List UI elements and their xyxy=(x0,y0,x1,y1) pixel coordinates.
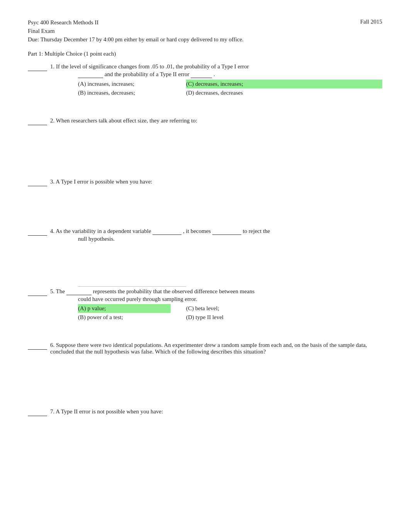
exam-type: Final Exam xyxy=(28,27,244,36)
question-2-row: 2. When researchers talk about effect si… xyxy=(28,117,382,125)
answer-blank-3[interactable] xyxy=(28,179,47,186)
option-1b: (B) increases, decreases; xyxy=(78,88,171,97)
q5-separator xyxy=(78,286,186,287)
course-title: Psyc 400 Research Methods II xyxy=(28,19,244,27)
answer-blank-5[interactable] xyxy=(28,289,47,296)
question-4-row: 4. As the variability in a dependent var… xyxy=(28,228,382,236)
question-7-row: 7. A Type II error is not possible when … xyxy=(28,408,382,416)
question-3: 3. A Type I error is possible when you h… xyxy=(28,178,382,225)
q6-space xyxy=(28,355,382,405)
question-5-text: 5. The represents the probability that t… xyxy=(50,288,382,295)
page-header: Psyc 400 Research Methods II Final Exam … xyxy=(28,19,382,44)
option-5d: (D) type II level xyxy=(186,313,382,322)
option-5b: (B) power of a test; xyxy=(78,313,171,322)
answer-blank-4[interactable] xyxy=(28,229,47,236)
answer-blank-7[interactable] xyxy=(28,409,47,416)
question-4: 4. As the variability in a dependent var… xyxy=(28,228,382,281)
option-5c: (C) beta level; xyxy=(186,304,382,313)
question-3-text: 3. A Type I error is possible when you h… xyxy=(50,178,382,185)
question-4-text: 4. As the variability in a dependent var… xyxy=(50,228,382,235)
question-5: 5. The represents the probability that t… xyxy=(28,284,382,321)
question-3-row: 3. A Type I error is possible when you h… xyxy=(28,178,382,186)
question-5-options: (A) p value; (C) beta level; (B) power o… xyxy=(78,304,382,321)
q4-space xyxy=(28,242,382,281)
option-1c: (C) decreases, increases; xyxy=(186,80,382,88)
question-5-row: 5. The represents the probability that t… xyxy=(28,288,382,296)
question-7: 7. A Type II error is not possible when … xyxy=(28,408,382,416)
semester: Fall 2015 xyxy=(360,19,382,44)
question-1-row: 1. If the level of significance changes … xyxy=(28,63,382,71)
question-6: 6. Suppose there were two identical popu… xyxy=(28,342,382,405)
q2-space xyxy=(28,125,382,175)
answer-blank-2[interactable] xyxy=(28,118,47,125)
option-1d: (D) decreases, decreases xyxy=(186,88,382,97)
question-6-row: 6. Suppose there were two identical popu… xyxy=(28,342,382,355)
question-5-line2: could have occurred purely through sampl… xyxy=(78,296,382,303)
blank-type1[interactable] xyxy=(78,71,103,78)
q3-space xyxy=(28,186,382,225)
question-2-text: 2. When researchers talk about effect si… xyxy=(50,117,382,124)
question-1-line2: and the probability of a Type II error . xyxy=(78,71,382,78)
blank-4a[interactable] xyxy=(152,228,181,235)
question-2: 2. When researchers talk about effect si… xyxy=(28,117,382,175)
due-date: Due: Thursday December 17 by 4:00 pm eit… xyxy=(28,36,244,44)
blank-type2[interactable] xyxy=(191,71,212,78)
option-1a: (A) increases, increases; xyxy=(78,80,171,88)
question-1-text: 1. If the level of significance changes … xyxy=(50,63,382,70)
part1-label: Part 1: Multiple Choice (1 point each) xyxy=(28,51,382,57)
blank-5a[interactable] xyxy=(66,288,91,295)
question-4-line2: null hypothesis. xyxy=(78,236,382,242)
option-5a: (A) p value; xyxy=(78,304,171,313)
question-1-options: (A) increases, increases; (C) decreases,… xyxy=(78,80,382,97)
question-1: 1. If the level of significance changes … xyxy=(28,63,382,97)
answer-blank-1[interactable] xyxy=(28,64,47,71)
header-left: Psyc 400 Research Methods II Final Exam … xyxy=(28,19,244,44)
blank-4b[interactable] xyxy=(212,228,241,235)
answer-blank-6[interactable] xyxy=(28,343,47,350)
question-7-text: 7. A Type II error is not possible when … xyxy=(50,408,382,415)
question-6-text: 6. Suppose there were two identical popu… xyxy=(50,342,382,355)
